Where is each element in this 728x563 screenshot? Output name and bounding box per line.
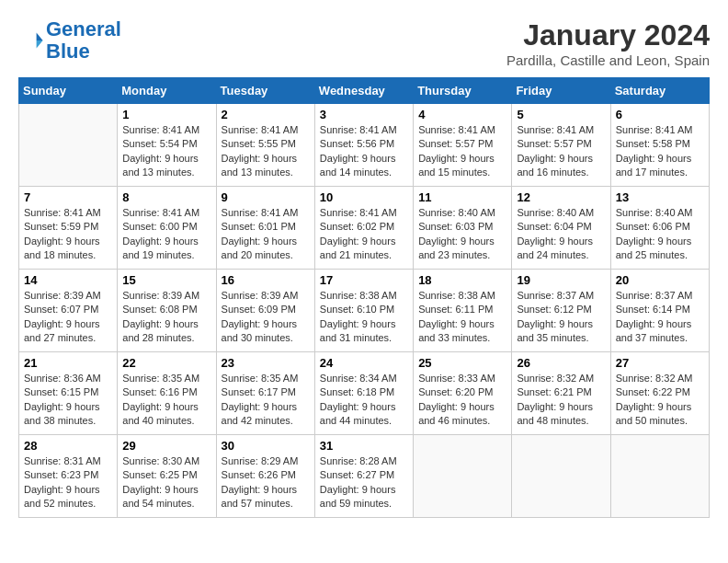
day-info: Sunrise: 8:31 AM Sunset: 6:23 PM Dayligh…	[24, 454, 112, 511]
calendar-cell: 29Sunrise: 8:30 AM Sunset: 6:25 PM Dayli…	[118, 435, 216, 518]
calendar-header: SundayMondayTuesdayWednesdayThursdayFrid…	[19, 78, 710, 104]
calendar-cell: 25Sunrise: 8:33 AM Sunset: 6:20 PM Dayli…	[414, 352, 512, 435]
day-info: Sunrise: 8:32 AM Sunset: 6:22 PM Dayligh…	[616, 372, 704, 429]
calendar-cell: 10Sunrise: 8:41 AM Sunset: 6:02 PM Dayli…	[314, 187, 413, 270]
month-title: January 2024	[506, 18, 710, 52]
calendar-cell: 22Sunrise: 8:35 AM Sunset: 6:16 PM Dayli…	[118, 352, 216, 435]
day-info: Sunrise: 8:41 AM Sunset: 5:54 PM Dayligh…	[122, 123, 210, 180]
day-info: Sunrise: 8:36 AM Sunset: 6:15 PM Dayligh…	[24, 372, 112, 429]
days-header-row: SundayMondayTuesdayWednesdayThursdayFrid…	[19, 78, 710, 104]
calendar-cell	[414, 435, 512, 518]
calendar-cell: 2Sunrise: 8:41 AM Sunset: 5:55 PM Daylig…	[216, 104, 314, 187]
day-info: Sunrise: 8:39 AM Sunset: 6:07 PM Dayligh…	[24, 289, 112, 346]
calendar-cell: 8Sunrise: 8:41 AM Sunset: 6:00 PM Daylig…	[118, 187, 216, 270]
day-number: 27	[616, 356, 704, 370]
day-info: Sunrise: 8:41 AM Sunset: 5:59 PM Dayligh…	[24, 206, 112, 263]
day-info: Sunrise: 8:35 AM Sunset: 6:16 PM Dayligh…	[122, 372, 210, 429]
day-number: 15	[122, 273, 210, 287]
calendar-cell: 12Sunrise: 8:40 AM Sunset: 6:04 PM Dayli…	[512, 187, 610, 270]
day-number: 13	[616, 190, 704, 204]
calendar-cell: 24Sunrise: 8:34 AM Sunset: 6:18 PM Dayli…	[314, 352, 413, 435]
day-number: 8	[122, 190, 210, 204]
day-info: Sunrise: 8:37 AM Sunset: 6:14 PM Dayligh…	[616, 289, 704, 346]
day-number: 9	[222, 190, 310, 204]
calendar-cell: 17Sunrise: 8:38 AM Sunset: 6:10 PM Dayli…	[314, 270, 413, 352]
day-number: 16	[222, 273, 310, 287]
logo-general: General	[46, 17, 121, 40]
calendar-table: SundayMondayTuesdayWednesdayThursdayFrid…	[18, 77, 710, 518]
day-number: 1	[122, 108, 210, 121]
calendar-cell: 7Sunrise: 8:41 AM Sunset: 5:59 PM Daylig…	[19, 187, 118, 270]
day-info: Sunrise: 8:41 AM Sunset: 5:55 PM Dayligh…	[222, 123, 310, 180]
day-number: 24	[320, 356, 408, 370]
day-header-saturday: Saturday	[610, 78, 709, 104]
calendar-cell: 27Sunrise: 8:32 AM Sunset: 6:22 PM Dayli…	[610, 352, 709, 435]
day-number: 4	[418, 108, 506, 121]
day-info: Sunrise: 8:41 AM Sunset: 6:00 PM Dayligh…	[122, 206, 210, 263]
day-info: Sunrise: 8:34 AM Sunset: 6:18 PM Dayligh…	[320, 372, 408, 429]
day-number: 28	[24, 439, 112, 453]
day-info: Sunrise: 8:41 AM Sunset: 6:02 PM Dayligh…	[320, 206, 408, 263]
day-header-thursday: Thursday	[414, 78, 512, 104]
day-info: Sunrise: 8:39 AM Sunset: 6:08 PM Dayligh…	[122, 289, 210, 346]
day-info: Sunrise: 8:40 AM Sunset: 6:03 PM Dayligh…	[418, 206, 506, 263]
calendar-cell: 4Sunrise: 8:41 AM Sunset: 5:57 PM Daylig…	[414, 104, 512, 187]
day-number: 2	[222, 108, 310, 121]
logo-icon	[18, 28, 44, 53]
page-header: General Blue January 2024 Pardilla, Cast…	[18, 18, 710, 68]
day-number: 6	[616, 108, 704, 121]
day-number: 29	[122, 439, 210, 453]
day-info: Sunrise: 8:38 AM Sunset: 6:11 PM Dayligh…	[418, 289, 506, 346]
day-info: Sunrise: 8:29 AM Sunset: 6:26 PM Dayligh…	[222, 454, 310, 511]
svg-marker-1	[37, 40, 43, 48]
svg-marker-0	[37, 33, 43, 40]
calendar-body: 1Sunrise: 8:41 AM Sunset: 5:54 PM Daylig…	[19, 104, 710, 518]
calendar-cell: 16Sunrise: 8:39 AM Sunset: 6:09 PM Dayli…	[216, 270, 314, 352]
calendar-cell: 18Sunrise: 8:38 AM Sunset: 6:11 PM Dayli…	[414, 270, 512, 352]
day-number: 7	[24, 190, 112, 204]
calendar-cell: 6Sunrise: 8:41 AM Sunset: 5:58 PM Daylig…	[610, 104, 709, 187]
day-info: Sunrise: 8:41 AM Sunset: 6:01 PM Dayligh…	[222, 206, 310, 263]
calendar-week-5: 28Sunrise: 8:31 AM Sunset: 6:23 PM Dayli…	[19, 435, 710, 518]
day-number: 23	[222, 356, 310, 370]
day-info: Sunrise: 8:41 AM Sunset: 5:56 PM Dayligh…	[320, 123, 408, 180]
day-number: 11	[418, 190, 506, 204]
calendar-cell	[19, 104, 118, 187]
day-info: Sunrise: 8:33 AM Sunset: 6:20 PM Dayligh…	[418, 372, 506, 429]
calendar-cell: 28Sunrise: 8:31 AM Sunset: 6:23 PM Dayli…	[19, 435, 118, 518]
calendar-week-3: 14Sunrise: 8:39 AM Sunset: 6:07 PM Dayli…	[19, 270, 710, 352]
calendar-cell: 11Sunrise: 8:40 AM Sunset: 6:03 PM Dayli…	[414, 187, 512, 270]
calendar-cell: 9Sunrise: 8:41 AM Sunset: 6:01 PM Daylig…	[216, 187, 314, 270]
day-number: 26	[517, 356, 605, 370]
day-info: Sunrise: 8:37 AM Sunset: 6:12 PM Dayligh…	[517, 289, 605, 346]
calendar-cell: 20Sunrise: 8:37 AM Sunset: 6:14 PM Dayli…	[610, 270, 709, 352]
calendar-week-4: 21Sunrise: 8:36 AM Sunset: 6:15 PM Dayli…	[19, 352, 710, 435]
day-info: Sunrise: 8:40 AM Sunset: 6:06 PM Dayligh…	[616, 206, 704, 263]
day-number: 19	[517, 273, 605, 287]
calendar-week-1: 1Sunrise: 8:41 AM Sunset: 5:54 PM Daylig…	[19, 104, 710, 187]
day-number: 30	[222, 439, 310, 453]
calendar-cell: 3Sunrise: 8:41 AM Sunset: 5:56 PM Daylig…	[314, 104, 413, 187]
calendar-cell: 30Sunrise: 8:29 AM Sunset: 6:26 PM Dayli…	[216, 435, 314, 518]
day-number: 22	[122, 356, 210, 370]
day-info: Sunrise: 8:41 AM Sunset: 5:58 PM Dayligh…	[616, 123, 704, 180]
day-header-sunday: Sunday	[19, 78, 118, 104]
calendar-cell	[610, 435, 709, 518]
calendar-cell: 31Sunrise: 8:28 AM Sunset: 6:27 PM Dayli…	[314, 435, 413, 518]
day-info: Sunrise: 8:35 AM Sunset: 6:17 PM Dayligh…	[222, 372, 310, 429]
day-info: Sunrise: 8:32 AM Sunset: 6:21 PM Dayligh…	[517, 372, 605, 429]
day-number: 5	[517, 108, 605, 121]
logo-text: General Blue	[46, 18, 121, 63]
day-number: 20	[616, 273, 704, 287]
day-number: 14	[24, 273, 112, 287]
day-info: Sunrise: 8:40 AM Sunset: 6:04 PM Dayligh…	[517, 206, 605, 263]
day-number: 18	[418, 273, 506, 287]
logo: General Blue	[18, 18, 121, 63]
day-number: 31	[320, 439, 408, 453]
calendar-cell: 14Sunrise: 8:39 AM Sunset: 6:07 PM Dayli…	[19, 270, 118, 352]
logo-blue: Blue	[46, 40, 90, 63]
calendar-cell: 19Sunrise: 8:37 AM Sunset: 6:12 PM Dayli…	[512, 270, 610, 352]
day-header-friday: Friday	[512, 78, 610, 104]
day-number: 17	[320, 273, 408, 287]
calendar-cell: 1Sunrise: 8:41 AM Sunset: 5:54 PM Daylig…	[118, 104, 216, 187]
